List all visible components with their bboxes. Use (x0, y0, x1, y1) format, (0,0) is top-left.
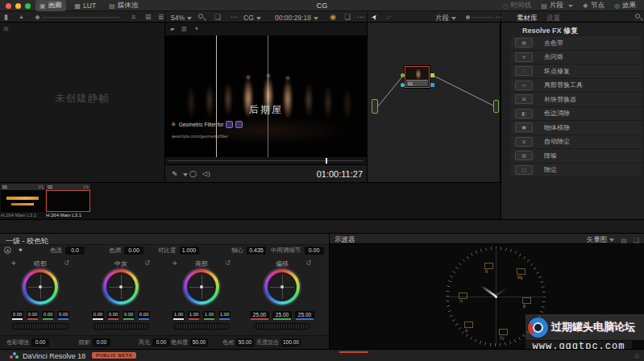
reset-icon[interactable]: ↺ (225, 259, 231, 267)
viewer-zoom-select[interactable]: 54% (171, 14, 192, 22)
viewer-image[interactable]: 后期屋 ✳ Geometric Filter for aescripts.com… (165, 35, 367, 157)
grid-overlay-icon[interactable]: ▥ (181, 26, 187, 31)
reset-icon[interactable]: ↺ (144, 259, 150, 267)
node-rgb-output-port[interactable] (430, 73, 434, 77)
stills-list-icon[interactable]: ▤ (3, 26, 9, 31)
reset-icon[interactable]: ↺ (305, 259, 311, 267)
wheel-indicator[interactable] (280, 285, 284, 288)
wheel-indicator[interactable] (119, 285, 123, 288)
reset-icon[interactable]: ↺ (64, 259, 69, 267)
wheel-value[interactable]: 0.00 (57, 311, 69, 318)
node-key-output-port[interactable] (430, 83, 434, 87)
viewer-scrub-bar[interactable] (165, 157, 367, 164)
wheel-value[interactable]: 0.00 (27, 311, 39, 318)
field-value[interactable]: 0.00 (305, 247, 324, 255)
wheel-value[interactable]: 25.00 (295, 311, 314, 318)
split-screen-icon[interactable]: ▰ (170, 26, 174, 31)
scope-settings-icon[interactable]: ▤ (621, 237, 627, 244)
wheel-value[interactable]: 0.00 (123, 311, 135, 318)
node-zoom-slider[interactable] (472, 17, 492, 18)
lasso-icon[interactable]: ◯ (189, 171, 197, 177)
adjustment-value[interactable]: 50.00 (236, 338, 254, 346)
davinci-logo (10, 352, 19, 359)
node-graph-panel[interactable]: 01 (367, 23, 501, 182)
clip-card[interactable]: 01 V1 H.264 Main L3.1 (1, 184, 45, 219)
wheel-indicator[interactable] (200, 285, 203, 288)
gallery-options-icon[interactable]: ⋯ (231, 14, 238, 21)
wheel-value[interactable]: 1.00 (172, 311, 185, 318)
adjustment-value[interactable]: 0.00 (31, 338, 49, 346)
gallery-zoom-slider[interactable] (42, 17, 119, 18)
search-icon[interactable] (198, 14, 203, 19)
master-wheel-slider[interactable] (93, 323, 149, 330)
annotation-pen-icon[interactable]: ✎ (172, 171, 178, 178)
viewer-timecode[interactable]: 00:00:29:18 (275, 14, 318, 22)
sort-icon[interactable]: ≡ (131, 14, 135, 21)
filter-split-line (268, 35, 268, 157)
node-rgb-input-port[interactable] (401, 73, 405, 77)
node-zoom-handle[interactable] (466, 15, 470, 19)
pan-tool-icon[interactable]: ☞ (385, 14, 392, 21)
timeline-select[interactable]: CG (243, 14, 261, 22)
wheel-value[interactable]: 25.00 (250, 311, 269, 318)
still-album-icon[interactable]: ▮ (4, 14, 8, 21)
viewer-options-icon[interactable]: ⋯ (357, 14, 364, 21)
audio-mute-icon[interactable]: ◁ (202, 171, 210, 177)
master-wheel-slider[interactable] (254, 323, 310, 330)
color-wheel[interactable] (184, 269, 219, 305)
library-search-icon[interactable] (635, 14, 640, 19)
color-wheel[interactable] (264, 269, 300, 305)
color-wheel[interactable] (103, 269, 139, 305)
adjustment-label: 阴影 (79, 338, 90, 346)
magic-wand-icon[interactable]: ✶ (194, 26, 199, 31)
thumbnail-view-icon[interactable]: ⊞ (145, 14, 152, 21)
adjustment-value[interactable]: 100.00 (281, 338, 301, 346)
vectorscope[interactable]: RMgYlBGCy 过期罐头电脑论坛 www.gqgtpc.com (329, 244, 644, 350)
master-wheel-slider[interactable] (12, 323, 69, 330)
wheel-value[interactable]: 0.00 (11, 311, 23, 318)
wheel-value[interactable]: 1.00 (203, 311, 215, 318)
adjustment-label: 亮度混合 (256, 338, 279, 346)
master-wheel-slider[interactable] (173, 323, 230, 330)
project-manager-home-icon[interactable]: ⌂ (635, 351, 639, 359)
gallery-zoom-handle[interactable] (35, 15, 39, 19)
output-node[interactable] (493, 100, 499, 113)
field-value[interactable]: 0.435 (247, 247, 266, 255)
wheel-value[interactable]: 0.00 (92, 311, 104, 318)
enhanced-viewer-icon[interactable]: ❏ (344, 14, 351, 21)
scope-expand-icon[interactable]: ❏ (634, 237, 639, 244)
wheel-value[interactable]: 0.00 (107, 311, 119, 318)
color-wheel[interactable] (23, 269, 58, 305)
wheel-value[interactable]: 1.00 (188, 311, 200, 318)
wheel-value[interactable]: 0.00 (138, 311, 150, 318)
adjustment-value[interactable]: 0.00 (152, 338, 170, 346)
clip-thumbnail[interactable] (1, 190, 45, 212)
corrector-node-01[interactable]: 01 (405, 66, 430, 88)
adjustment-value[interactable]: 50.00 (190, 338, 208, 346)
playhead[interactable] (326, 158, 327, 164)
beta-badge: PUBLIC BETA (92, 352, 136, 359)
wheel-value[interactable]: 25.00 (272, 311, 292, 318)
wheel-value[interactable]: 1.00 (218, 311, 231, 318)
field-value[interactable]: 0.00 (124, 247, 143, 255)
node-key-input-port[interactable] (401, 83, 405, 87)
wipe-mode-icon[interactable]: ◉ (330, 14, 336, 21)
picker-wand-icon[interactable]: ✶ (18, 247, 23, 254)
list-view-icon[interactable]: ≣ (158, 14, 164, 21)
expand-gallery-icon[interactable]: ❏ (214, 14, 221, 21)
auto-balance-button[interactable]: A (4, 247, 11, 254)
clip-card[interactable]: 02 V1 H.264 Main L3.1 (46, 184, 90, 219)
source-node[interactable] (372, 99, 378, 114)
chevron-down-icon[interactable] (183, 173, 188, 176)
field-value[interactable]: 1.000 (180, 247, 199, 255)
grab-still-icon[interactable]: ▲ (19, 14, 24, 19)
node-options-icon[interactable]: ⋯ (496, 14, 503, 21)
clip-thumbnail[interactable] (46, 190, 90, 212)
adjustment-value[interactable]: 0.00 (93, 338, 110, 346)
wheel-indicator[interactable] (39, 285, 42, 288)
button-label: 时间线 (511, 1, 532, 10)
viewer-header: ▰ ▥ ✶ (165, 23, 367, 35)
cursor-tool-icon[interactable]: ➤ (370, 13, 380, 22)
wheel-value[interactable]: 0.00 (42, 311, 54, 318)
field-value[interactable]: 0.0 (65, 247, 85, 255)
